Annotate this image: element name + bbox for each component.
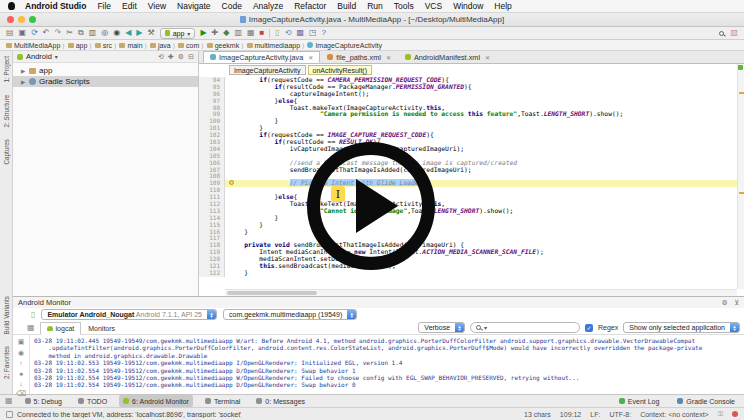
scrollbar-thumb[interactable] — [227, 291, 317, 295]
menu-item-help[interactable]: Help — [494, 1, 511, 11]
editor-chip-0[interactable]: ImageCaptureActivity — [229, 65, 306, 75]
code-line[interactable]: 107 sendBroadcastThatImageIsAdded(captur… — [199, 167, 737, 174]
sdk-manager-icon[interactable]: ▩ — [296, 29, 304, 37]
close-tab-icon[interactable]: ✕ — [308, 54, 313, 61]
gradle-sync-icon[interactable]: ⟲ — [285, 29, 292, 37]
apple-menu-icon[interactable] — [8, 2, 15, 10]
expand-all-icon[interactable]: ✚ — [168, 53, 174, 61]
cut-icon[interactable]: ✂ — [66, 29, 73, 37]
editor-chip-1[interactable]: onActivityResult() — [308, 65, 372, 75]
minimize-panel-icon[interactable]: ⊻ — [734, 299, 739, 307]
log-level-selector[interactable]: Verbose ▲▼ — [418, 322, 465, 333]
coverage-icon[interactable]: ▦ — [247, 29, 255, 37]
disclosure-arrow-icon[interactable]: ▶ — [21, 79, 26, 85]
toolwindow-build-variants[interactable]: Build Variants — [3, 296, 10, 334]
run-icon[interactable]: ▶ — [200, 29, 206, 37]
editor-body[interactable]: ImageCaptureActivityonActivityResult() 9… — [199, 64, 744, 296]
profile-icon[interactable]: ▥ — [234, 29, 242, 37]
menu-item-tools[interactable]: Tools — [394, 1, 414, 11]
code-line[interactable]: 100 } — [199, 118, 737, 125]
locate-file-icon[interactable]: ⟲ — [158, 53, 164, 61]
forward-icon[interactable]: ▶ — [136, 29, 142, 37]
disclosure-arrow-icon[interactable]: ▶ — [21, 68, 26, 74]
code-line[interactable]: 109 // Picture Intent with Glide Loader — [199, 180, 737, 187]
toolwindow-button-6-android-monitor[interactable]: 6: Android Monitor — [119, 395, 193, 407]
breadcrumb-item-multimediaapp[interactable]: MultiMediaApp — [6, 42, 60, 49]
code-area[interactable]: 94 if(requestCode == CAMERA_PERMISSION_R… — [199, 77, 737, 277]
breadcrumb-item-app[interactable]: app — [68, 42, 88, 49]
monitor-tab-logcat[interactable]: logcat — [40, 322, 82, 335]
menu-item-android-studio[interactable]: Android Studio — [25, 1, 86, 11]
code-line[interactable]: 115 } — [199, 222, 737, 229]
process-selector[interactable]: com.geekmk.multimediaapp (19549) ▲▼ — [223, 309, 357, 320]
project-view-selector[interactable]: Android — [26, 52, 52, 61]
clear-log-icon[interactable]: ⌫ — [16, 390, 26, 398]
editor-vertical-scrollbar[interactable] — [737, 64, 744, 289]
open-icon[interactable]: ▤ — [6, 29, 14, 37]
sync-icon[interactable]: ⟳ — [31, 29, 38, 37]
status-item-2[interactable]: LF: — [590, 411, 600, 418]
stop-icon[interactable]: ■ — [260, 29, 265, 37]
tab-file-paths-xml[interactable]: file_paths.xml✕ — [320, 51, 398, 63]
breadcrumb-item-main[interactable]: main — [119, 42, 142, 49]
breadcrumb-item-java[interactable]: java — [150, 42, 171, 49]
copy-icon[interactable]: ⧉ — [78, 29, 84, 37]
code-line[interactable]: 114 } — [199, 215, 737, 222]
menu-item-build[interactable]: Build — [337, 1, 356, 11]
screen-capture-icon[interactable]: ▣ — [18, 338, 25, 346]
screen-record-icon[interactable]: ◉ — [18, 349, 24, 357]
toolwindow-button-gradle-console[interactable]: Gradle Console — [673, 395, 739, 407]
code-line[interactable]: 99 "Camera permission is needed to acces… — [199, 111, 737, 118]
debug-icon[interactable]: ◆ — [223, 29, 229, 37]
status-item-4[interactable]: Context: <no context> — [640, 411, 709, 418]
save-icon[interactable]: ▣ — [19, 29, 27, 37]
status-item-0[interactable]: 13 chars — [524, 411, 551, 418]
undo-icon[interactable]: ↶ — [43, 29, 50, 37]
menu-item-analyze[interactable]: Analyze — [253, 1, 283, 11]
menu-item-refactor[interactable]: Refactor — [294, 1, 326, 11]
monitor-tab-monitors[interactable]: Monitors — [81, 322, 122, 335]
settings-gear-icon[interactable]: ⚙ — [178, 53, 184, 61]
video-play-button[interactable] — [307, 142, 435, 270]
logcat-search-input[interactable]: ▾ — [470, 322, 580, 333]
status-item-3[interactable]: UTF-8: — [609, 411, 631, 418]
menu-item-view[interactable]: View — [148, 1, 166, 11]
toolwindow-button-terminal[interactable]: Terminal — [201, 395, 244, 407]
restore-layout-icon[interactable]: ▦ — [27, 324, 35, 332]
logcat-output[interactable]: 03-28 19:11:02.445 19549-19549/com.geekm… — [30, 335, 744, 394]
toolwindow-button-todo[interactable]: TODO — [74, 395, 111, 407]
tab-androidmanifest-xml[interactable]: AndroidManifest.xml✕ — [398, 51, 497, 63]
close-tab-icon[interactable]: ✕ — [386, 54, 391, 61]
hide-panel-icon[interactable]: ⊟ — [188, 53, 194, 61]
run-config-select[interactable]: app▾ — [160, 28, 196, 39]
lock-icon[interactable]: ⚿ — [718, 410, 723, 418]
toolwindow-button-5-debug[interactable]: 5: Debug — [21, 395, 66, 407]
menu-item-navigate[interactable]: Navigate — [177, 1, 211, 11]
attach-debugger-icon[interactable]: ✚ — [212, 29, 219, 37]
scroll-to-top-icon[interactable]: ↑ — [19, 360, 23, 367]
find-icon[interactable]: ◎ — [101, 29, 108, 37]
replace-icon[interactable]: ◉ — [113, 29, 120, 37]
toolwindow-button-event-log[interactable]: Event Log — [615, 395, 664, 407]
toolwindow-1-project[interactable]: 1: Project — [3, 56, 10, 83]
code-line[interactable]: 122 } — [199, 270, 737, 277]
toolwindow-2-favorites[interactable]: 2: Favorites — [3, 346, 10, 379]
code-line[interactable]: 116 } — [199, 229, 737, 236]
redo-icon[interactable]: ↷ — [55, 29, 62, 37]
project-structure-icon[interactable]: ◳ — [309, 29, 317, 37]
breadcrumb-item-src[interactable]: src — [95, 42, 112, 49]
build-icon[interactable]: ⚒ — [148, 29, 155, 37]
paste-icon[interactable]: ▥ — [89, 29, 97, 37]
menu-item-vcs[interactable]: VCS — [425, 1, 442, 11]
breadcrumb-item-com[interactable]: com — [178, 42, 199, 49]
monitor-settings-gear-icon[interactable]: ⚙ — [722, 299, 728, 307]
menu-item-file[interactable]: File — [97, 1, 111, 11]
menu-item-code[interactable]: Code — [222, 1, 242, 11]
toolwindow-button-0-messages[interactable]: 0: Messages — [252, 395, 309, 407]
inspection-status-icon[interactable] — [738, 65, 743, 70]
search-everywhere-icon[interactable] — [719, 31, 724, 36]
tree-item-app[interactable]: ▶app — [13, 65, 198, 76]
screen-record-indicator-icon[interactable] — [732, 411, 738, 417]
help-icon[interactable]: ? — [322, 29, 326, 37]
tab-imagecaptureactivity-java[interactable]: ImageCaptureActivity.java✕ — [203, 51, 320, 63]
